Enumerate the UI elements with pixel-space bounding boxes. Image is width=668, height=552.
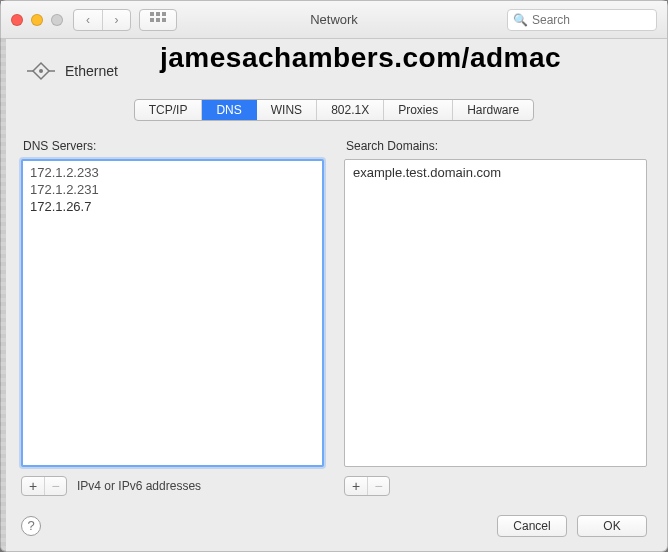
watermark-text: jamesachambers.com/admac	[160, 42, 561, 74]
dns-server-entry[interactable]: 172.1.26.7	[28, 198, 317, 215]
search-input[interactable]	[507, 9, 657, 31]
preferences-window: ‹ › Network 🔍 jamesachambers.com/admac	[0, 0, 668, 552]
zoom-window-button[interactable]	[51, 14, 63, 26]
svg-rect-3	[150, 18, 154, 22]
svg-rect-4	[156, 18, 160, 22]
settings-tabs: TCP/IPDNSWINS802.1XProxiesHardware	[134, 99, 534, 121]
grid-icon	[150, 12, 166, 24]
close-window-button[interactable]	[11, 14, 23, 26]
show-all-group	[139, 9, 177, 31]
domain-remove-button[interactable]: −	[367, 477, 389, 495]
dns-servers-controls: + − IPv4 or IPv6 addresses	[21, 475, 324, 497]
tab-tcpip[interactable]: TCP/IP	[135, 100, 203, 120]
tab-dns[interactable]: DNS	[202, 100, 256, 120]
dns-servers-label: DNS Servers:	[21, 139, 324, 153]
search-domains-list[interactable]: example.test.domain.com	[344, 159, 647, 467]
svg-rect-0	[150, 12, 154, 16]
search-domains-controls: + −	[344, 475, 647, 497]
nav-back-forward: ‹ ›	[73, 9, 131, 31]
svg-rect-1	[156, 12, 160, 16]
nav-forward-button[interactable]: ›	[102, 10, 130, 30]
help-button[interactable]: ?	[21, 516, 41, 536]
search-domains-label: Search Domains:	[344, 139, 647, 153]
footer: ? Cancel OK	[1, 505, 667, 551]
dns-add-remove: + −	[21, 476, 67, 496]
dns-servers-list[interactable]: 172.1.2.233172.1.2.231172.1.26.7	[21, 159, 324, 467]
svg-rect-5	[162, 18, 166, 22]
dns-server-entry[interactable]: 172.1.2.233	[28, 164, 317, 181]
dns-add-button[interactable]: +	[22, 477, 44, 495]
ok-button[interactable]: OK	[577, 515, 647, 537]
tab-proxies[interactable]: Proxies	[384, 100, 453, 120]
tab-hardware[interactable]: Hardware	[453, 100, 533, 120]
domain-add-button[interactable]: +	[345, 477, 367, 495]
nav-back-button[interactable]: ‹	[74, 10, 102, 30]
dns-panel: DNS Servers: 172.1.2.233172.1.2.231172.1…	[21, 139, 647, 497]
domain-add-remove: + −	[344, 476, 390, 496]
svg-rect-2	[162, 12, 166, 16]
dns-remove-button[interactable]: −	[44, 477, 66, 495]
ethernet-icon	[27, 59, 55, 83]
show-all-button[interactable]	[140, 10, 176, 30]
footer-buttons: Cancel OK	[497, 515, 647, 537]
search-domains-column: Search Domains: example.test.domain.com …	[344, 139, 647, 497]
dns-hint: IPv4 or IPv6 addresses	[77, 479, 201, 493]
connection-name: Ethernet	[65, 63, 118, 79]
search-wrap: 🔍	[507, 9, 657, 31]
tab-8021x[interactable]: 802.1X	[317, 100, 384, 120]
minimize-window-button[interactable]	[31, 14, 43, 26]
tab-wins[interactable]: WINS	[257, 100, 317, 120]
traffic-lights	[11, 14, 63, 26]
cancel-button[interactable]: Cancel	[497, 515, 567, 537]
search-icon: 🔍	[513, 13, 528, 27]
window-left-shadow	[0, 38, 6, 552]
dns-server-entry[interactable]: 172.1.2.231	[28, 181, 317, 198]
dns-servers-column: DNS Servers: 172.1.2.233172.1.2.231172.1…	[21, 139, 324, 497]
search-domain-entry[interactable]: example.test.domain.com	[351, 164, 640, 181]
svg-point-6	[39, 69, 43, 73]
titlebar: ‹ › Network 🔍	[1, 1, 667, 39]
